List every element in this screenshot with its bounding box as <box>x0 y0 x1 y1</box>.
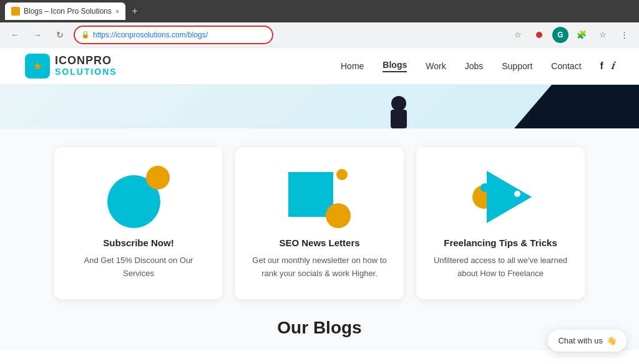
facebook-icon[interactable]: f <box>600 60 603 72</box>
profile-avatar: G <box>552 27 568 43</box>
red-dot <box>536 32 542 38</box>
svg-point-0 <box>391 96 406 111</box>
nav-home[interactable]: Home <box>341 61 364 71</box>
tab-close-button[interactable]: × <box>115 7 119 15</box>
chat-widget[interactable]: Chat with us 👋 <box>548 330 627 352</box>
back-button[interactable]: ← <box>6 26 24 44</box>
seo-card: SEO News Letters Get our monthly newslet… <box>235 147 404 299</box>
tab-favicon <box>11 7 20 16</box>
extensions-icon[interactable]: 🧩 <box>573 26 590 44</box>
subscribe-icon <box>107 166 170 228</box>
bookmark-star-icon[interactable]: ☆ <box>594 26 612 44</box>
new-tab-button[interactable]: + <box>128 4 141 18</box>
website-content: ★ ICONPRO SOLUTIONS Home Blogs Work Jobs… <box>0 47 639 350</box>
subscribe-title: Subscribe Now! <box>103 237 173 248</box>
nav-work[interactable]: Work <box>426 61 446 71</box>
logo-name-bottom: SOLUTIONS <box>55 67 117 77</box>
logo-icon: ★ <box>25 54 50 79</box>
cards-row: Subscribe Now! And Get 15% Discount on O… <box>37 147 602 299</box>
logo[interactable]: ★ ICONPRO SOLUTIONS <box>25 54 117 79</box>
seo-desc: Get our monthly newsletter on how to ran… <box>251 254 388 280</box>
tab-bar: Blogs – Icon Pro Solutions × + <box>0 0 639 22</box>
freelance-teal-circle <box>480 183 489 192</box>
nav-links: Home Blogs Work Jobs Support Contact <box>341 60 582 72</box>
seo-title: SEO News Letters <box>279 237 359 248</box>
freelance-icon <box>469 166 532 228</box>
browser-window: Blogs – Icon Pro Solutions × + ← → ↻ 🔒 h… <box>0 0 639 350</box>
logo-text: ICONPRO SOLUTIONS <box>55 55 117 77</box>
toolbar-icons: ☆ G 🧩 ☆ ⋮ <box>509 26 633 44</box>
address-bar[interactable]: 🔒 https://iconprosolutions.com/blogs/ <box>74 26 273 44</box>
lock-icon: 🔒 <box>81 31 90 39</box>
hero-figure <box>383 91 421 128</box>
nav-support[interactable]: Support <box>502 61 532 71</box>
refresh-button[interactable]: ↻ <box>51 26 69 44</box>
seo-small-yellow <box>336 169 348 180</box>
notification-icon[interactable] <box>530 26 548 44</box>
freelance-white-dot <box>514 191 520 197</box>
logo-name-top: ICONPRO <box>55 55 117 67</box>
blogs-title: Our Blogs <box>37 318 602 338</box>
browser-toolbar: ← → ↻ 🔒 https://iconprosolutions.com/blo… <box>0 22 639 47</box>
hero-banner <box>0 85 639 128</box>
nav-jobs[interactable]: Jobs <box>465 61 484 71</box>
social-icons: f 𝑖 <box>600 60 614 72</box>
active-tab[interactable]: Blogs – Icon Pro Solutions × <box>5 2 125 20</box>
nav-contact[interactable]: Contact <box>551 61 581 71</box>
instagram-icon[interactable]: 𝑖 <box>611 60 614 72</box>
freelance-title: Freelancing Tips & Tricks <box>444 237 557 248</box>
chat-emoji: 👋 <box>607 336 617 345</box>
subscribe-desc: And Get 15% Discount on Our Services <box>70 254 207 280</box>
chat-label: Chat with us <box>558 336 603 345</box>
tab-title: Blogs – Icon Pro Solutions <box>24 7 112 16</box>
freelance-triangle <box>487 171 532 223</box>
address-text: https://iconprosolutions.com/blogs/ <box>93 31 208 39</box>
profile-icon[interactable]: G <box>552 26 569 44</box>
address-bar-container[interactable]: 🔒 https://iconprosolutions.com/blogs/ <box>74 26 273 44</box>
forward-button[interactable]: → <box>29 26 46 44</box>
more-icon[interactable]: ⋮ <box>615 26 633 44</box>
blogs-section: Our Blogs <box>37 318 602 338</box>
bookmark-icon[interactable]: ☆ <box>509 26 527 44</box>
svg-rect-1 <box>391 110 407 128</box>
nav-bar: ★ ICONPRO SOLUTIONS Home Blogs Work Jobs… <box>0 47 639 85</box>
main-content: Subscribe Now! And Get 15% Discount on O… <box>0 128 639 350</box>
nav-blogs[interactable]: Blogs <box>383 60 407 72</box>
logo-star: ★ <box>32 59 42 73</box>
subscribe-small-circle <box>146 166 170 189</box>
freelance-card: Freelancing Tips & Tricks Unfiltered acc… <box>416 147 585 299</box>
hero-dark-section <box>514 85 639 128</box>
seo-icon <box>288 166 351 228</box>
seo-big-yellow <box>326 203 351 228</box>
subscribe-card: Subscribe Now! And Get 15% Discount on O… <box>54 147 223 299</box>
freelance-desc: Unfiltered access to all we've learned a… <box>432 254 569 280</box>
